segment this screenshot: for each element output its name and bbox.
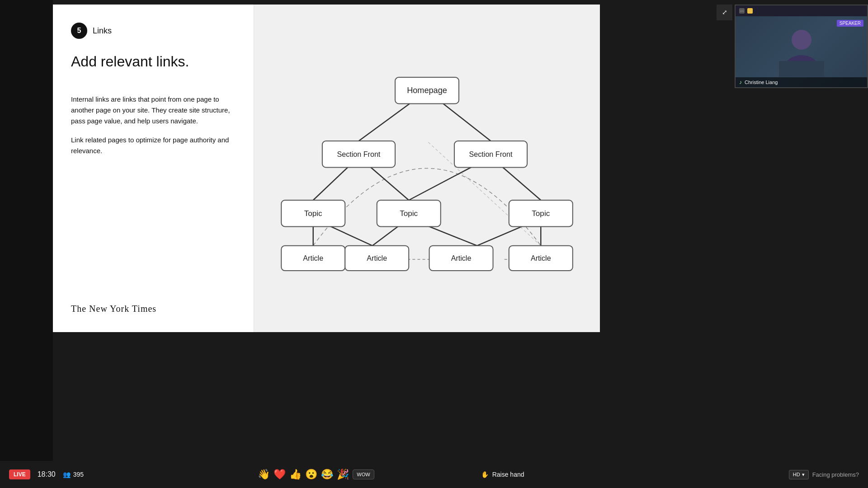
article-3-node: Article <box>451 254 472 262</box>
maximize-button[interactable]: □ <box>747 8 753 14</box>
slide-body-1: Internal links are links that point from… <box>71 94 236 127</box>
heart-emoji-button[interactable]: ❤️ <box>274 469 286 480</box>
emoji-reactions: 👋 ❤️ 👍 😮 😂 🎉 WOW <box>258 469 374 480</box>
left-sidebar <box>0 0 53 488</box>
topic-1-node: Topic <box>304 209 322 218</box>
facing-problems-link[interactable]: Facing problems? <box>812 471 859 478</box>
section-front-1-node: Section Front <box>337 150 381 158</box>
person-avatar <box>779 27 824 77</box>
speaker-badge: SPEAKER <box>837 20 863 27</box>
section-front-2-node: Section Front <box>469 150 513 158</box>
laugh-emoji-button[interactable]: 😂 <box>321 469 333 480</box>
hand-icon: ✋ <box>481 471 489 478</box>
slide-title: Add relevant links. <box>71 52 236 71</box>
thumbs-emoji-button[interactable]: 👍 <box>289 469 302 480</box>
party-emoji-button[interactable]: 🎉 <box>337 469 349 480</box>
people-icon: 👥 <box>63 471 71 478</box>
audio-icon: ♪ <box>739 79 742 85</box>
attendees: 👥 395 <box>63 471 84 478</box>
slide-number: 5 <box>71 23 87 39</box>
presentation-area: 5 Links Add relevant links. Internal lin… <box>53 5 600 332</box>
video-overlay: — □ SPEAKER ♪ Christine Liang <box>735 5 868 88</box>
left-panel: 5 Links Add relevant links. Internal lin… <box>53 5 254 332</box>
hd-label: HD <box>793 472 800 477</box>
attendee-count: 395 <box>73 471 84 478</box>
topic-2-node: Topic <box>400 209 418 218</box>
bottom-right-controls: HD ▾ Facing problems? <box>789 470 859 479</box>
topic-3-node: Topic <box>532 209 550 218</box>
raise-hand-label: Raise hand <box>492 471 524 478</box>
slide-number-row: 5 Links <box>71 23 236 39</box>
nyt-logo: The New York Times <box>71 304 236 314</box>
article-1-node: Article <box>303 254 323 262</box>
article-4-node: Article <box>531 254 551 262</box>
expand-icon: ⤢ <box>722 9 727 16</box>
speaker-name-bar: ♪ Christine Liang <box>736 77 867 87</box>
video-content: SPEAKER ♪ Christine Liang <box>736 16 867 87</box>
timer: 18:30 <box>38 470 56 479</box>
site-structure-diagram: Homepage Section Front Section Front Top… <box>268 18 586 319</box>
slide-body-2: Link related pages to optimize for page … <box>71 135 236 156</box>
diagram-panel: Homepage Section Front Section Front Top… <box>254 5 600 332</box>
svg-point-26 <box>792 30 811 50</box>
minimize-button[interactable]: — <box>739 8 745 14</box>
article-2-node: Article <box>367 254 387 262</box>
chevron-down-icon: ▾ <box>802 472 805 478</box>
video-titlebar: — □ <box>736 5 867 16</box>
expand-button[interactable]: ⤢ <box>717 5 732 20</box>
homepage-node: Homepage <box>407 86 447 95</box>
raise-hand-section: ✋ Raise hand <box>481 471 524 478</box>
hd-badge[interactable]: HD ▾ <box>789 470 809 479</box>
wow-text-button[interactable]: WOW <box>353 469 374 479</box>
slide-number-label: Links <box>93 26 112 36</box>
wave-emoji-button[interactable]: 👋 <box>258 469 270 480</box>
wow-face-emoji-button[interactable]: 😮 <box>305 469 317 480</box>
bottom-bar: LIVE 18:30 👥 395 👋 ❤️ 👍 😮 😂 🎉 WOW ✋ Rais… <box>0 461 868 488</box>
live-badge: LIVE <box>9 469 30 479</box>
svg-rect-28 <box>779 61 824 77</box>
speaker-name: Christine Liang <box>745 80 778 85</box>
